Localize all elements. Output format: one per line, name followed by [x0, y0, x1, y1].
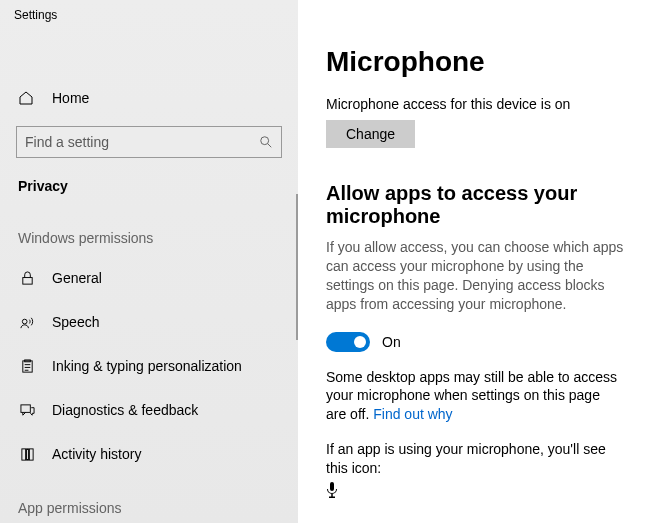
- svg-rect-5: [20, 404, 29, 412]
- nav-label: Inking & typing personalization: [52, 358, 242, 374]
- section-app-permissions: App permissions: [0, 476, 298, 523]
- current-category[interactable]: Privacy: [0, 166, 298, 206]
- mic-in-use-note: If an app is using your microphone, you'…: [326, 440, 624, 478]
- search-icon: [259, 135, 273, 149]
- svg-point-2: [22, 319, 27, 324]
- svg-rect-12: [329, 497, 335, 499]
- home-icon: [18, 90, 36, 106]
- change-button[interactable]: Change: [326, 120, 415, 148]
- svg-rect-1: [22, 277, 31, 284]
- nav-activity[interactable]: Activity history: [0, 432, 298, 476]
- search-placeholder: Find a setting: [25, 134, 109, 150]
- microphone-icon: [326, 482, 624, 498]
- section-windows-permissions: Windows permissions: [0, 206, 298, 256]
- speech-icon: [18, 315, 36, 330]
- home-label: Home: [52, 90, 89, 106]
- search-input[interactable]: Find a setting: [16, 126, 282, 158]
- page-title: Microphone: [326, 46, 624, 78]
- device-status-text: Microphone access for this device is on: [326, 96, 624, 112]
- feedback-icon: [18, 403, 36, 418]
- lock-icon: [18, 271, 36, 286]
- nav-general[interactable]: General: [0, 256, 298, 300]
- svg-point-0: [261, 137, 269, 145]
- allow-apps-description: If you allow access, you can choose whic…: [326, 238, 624, 314]
- find-out-why-link[interactable]: Find out why: [373, 406, 452, 422]
- allow-apps-heading: Allow apps to access your microphone: [326, 182, 624, 228]
- nav-label: General: [52, 270, 102, 286]
- nav-inking[interactable]: Inking & typing personalization: [0, 344, 298, 388]
- nav-label: Activity history: [52, 446, 141, 462]
- nav-label: Diagnostics & feedback: [52, 402, 198, 418]
- nav-diagnostics[interactable]: Diagnostics & feedback: [0, 388, 298, 432]
- svg-rect-8: [29, 448, 33, 459]
- window-title: Settings: [14, 8, 57, 22]
- svg-rect-7: [26, 448, 28, 459]
- toggle-state-label: On: [382, 334, 401, 350]
- svg-rect-10: [330, 482, 334, 491]
- allow-apps-toggle[interactable]: [326, 332, 370, 352]
- nav-speech[interactable]: Speech: [0, 300, 298, 344]
- nav-label: Speech: [52, 314, 99, 330]
- svg-rect-6: [21, 448, 25, 459]
- clipboard-icon: [18, 359, 36, 374]
- activity-icon: [18, 447, 36, 462]
- home-nav[interactable]: Home: [0, 78, 298, 118]
- desktop-apps-note: Some desktop apps may still be able to a…: [326, 368, 624, 425]
